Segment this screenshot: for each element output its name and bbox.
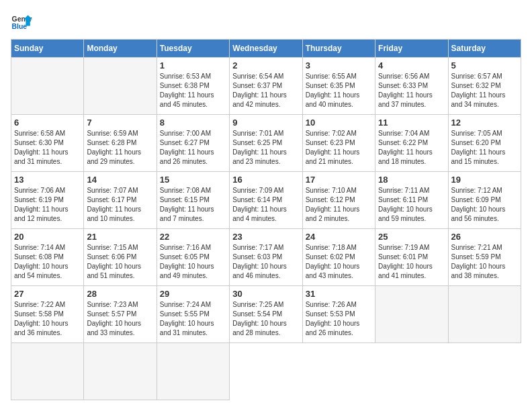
calendar-cell: 2Sunrise: 6:54 AMSunset: 6:37 PMDaylight…	[230, 58, 302, 115]
day-info: Sunrise: 6:57 AMSunset: 6:32 PMDaylight:…	[451, 72, 518, 109]
calendar-cell	[448, 286, 521, 343]
day-number: 4	[378, 60, 445, 71]
calendar-cell: 7Sunrise: 6:59 AMSunset: 6:28 PMDaylight…	[84, 115, 157, 172]
calendar-cell: 16Sunrise: 7:09 AMSunset: 6:14 PMDayligh…	[230, 172, 302, 229]
day-number: 23	[232, 232, 299, 242]
day-info: Sunrise: 6:53 AMSunset: 6:38 PMDaylight:…	[160, 72, 226, 109]
day-info: Sunrise: 7:12 AMSunset: 6:09 PMDaylight:…	[451, 186, 518, 224]
day-info: Sunrise: 6:54 AMSunset: 6:37 PMDaylight:…	[232, 72, 299, 109]
day-number: 24	[306, 232, 372, 242]
svg-text:Blue: Blue	[12, 23, 28, 30]
day-info: Sunrise: 7:23 AMSunset: 5:57 PMDaylight:…	[87, 300, 153, 338]
logo-icon: General Blue	[11, 11, 32, 32]
day-number: 2	[232, 60, 299, 71]
day-info: Sunrise: 7:10 AMSunset: 6:12 PMDaylight:…	[306, 186, 372, 224]
day-number: 6	[14, 118, 81, 128]
calendar-cell	[11, 58, 84, 115]
day-info: Sunrise: 7:06 AMSunset: 6:19 PMDaylight:…	[14, 186, 81, 224]
day-info: Sunrise: 7:25 AMSunset: 5:54 PMDaylight:…	[232, 300, 299, 338]
day-info: Sunrise: 7:24 AMSunset: 5:55 PMDaylight:…	[160, 300, 226, 338]
day-number: 28	[87, 289, 153, 299]
day-number: 1	[160, 60, 226, 71]
page-header: General Blue	[11, 11, 521, 32]
calendar-row: 20Sunrise: 7:14 AMSunset: 6:08 PMDayligh…	[11, 229, 521, 286]
calendar-cell	[11, 343, 84, 400]
calendar-row: 6Sunrise: 6:58 AMSunset: 6:30 PMDaylight…	[11, 115, 521, 172]
calendar-cell: 25Sunrise: 7:19 AMSunset: 6:01 PMDayligh…	[375, 229, 448, 286]
day-info: Sunrise: 7:19 AMSunset: 6:01 PMDaylight:…	[378, 243, 445, 281]
day-number: 7	[87, 118, 153, 128]
calendar-cell: 17Sunrise: 7:10 AMSunset: 6:12 PMDayligh…	[302, 172, 375, 229]
calendar-cell: 4Sunrise: 6:56 AMSunset: 6:33 PMDaylight…	[375, 58, 448, 115]
weekday-header: Friday	[375, 40, 448, 58]
calendar-cell: 1Sunrise: 6:53 AMSunset: 6:38 PMDaylight…	[157, 58, 229, 115]
weekday-header: Monday	[84, 40, 157, 58]
calendar-cell: 18Sunrise: 7:11 AMSunset: 6:11 PMDayligh…	[375, 172, 448, 229]
calendar-cell: 21Sunrise: 7:15 AMSunset: 6:06 PMDayligh…	[84, 229, 157, 286]
calendar-cell: 12Sunrise: 7:05 AMSunset: 6:20 PMDayligh…	[448, 115, 521, 172]
weekday-header: Thursday	[302, 40, 375, 58]
calendar-cell: 28Sunrise: 7:23 AMSunset: 5:57 PMDayligh…	[84, 286, 157, 343]
day-number: 22	[160, 232, 226, 242]
day-info: Sunrise: 7:05 AMSunset: 6:20 PMDaylight:…	[451, 129, 518, 167]
calendar-cell	[375, 286, 448, 343]
calendar-cell: 8Sunrise: 7:00 AMSunset: 6:27 PMDaylight…	[157, 115, 229, 172]
calendar-cell: 20Sunrise: 7:14 AMSunset: 6:08 PMDayligh…	[11, 229, 84, 286]
day-info: Sunrise: 7:01 AMSunset: 6:25 PMDaylight:…	[232, 129, 299, 167]
calendar-cell: 29Sunrise: 7:24 AMSunset: 5:55 PMDayligh…	[157, 286, 229, 343]
weekday-header: Saturday	[448, 40, 521, 58]
day-info: Sunrise: 6:58 AMSunset: 6:30 PMDaylight:…	[14, 129, 81, 167]
day-info: Sunrise: 7:21 AMSunset: 5:59 PMDaylight:…	[451, 243, 518, 281]
day-info: Sunrise: 7:17 AMSunset: 6:03 PMDaylight:…	[232, 243, 299, 281]
calendar-cell: 24Sunrise: 7:18 AMSunset: 6:02 PMDayligh…	[302, 229, 375, 286]
calendar-cell: 3Sunrise: 6:55 AMSunset: 6:35 PMDaylight…	[302, 58, 375, 115]
day-number: 21	[87, 232, 153, 242]
day-number: 25	[378, 232, 445, 242]
calendar-cell	[84, 58, 157, 115]
calendar-cell: 13Sunrise: 7:06 AMSunset: 6:19 PMDayligh…	[11, 172, 84, 229]
day-info: Sunrise: 7:09 AMSunset: 6:14 PMDaylight:…	[232, 186, 299, 224]
calendar-row	[11, 343, 521, 400]
calendar-cell: 22Sunrise: 7:16 AMSunset: 6:05 PMDayligh…	[157, 229, 229, 286]
day-number: 8	[160, 118, 226, 128]
calendar-row: 13Sunrise: 7:06 AMSunset: 6:19 PMDayligh…	[11, 172, 521, 229]
weekday-header: Sunday	[11, 40, 84, 58]
day-number: 3	[306, 60, 372, 71]
day-info: Sunrise: 7:02 AMSunset: 6:23 PMDaylight:…	[306, 129, 372, 167]
day-number: 11	[378, 118, 445, 128]
day-info: Sunrise: 7:04 AMSunset: 6:22 PMDaylight:…	[378, 129, 445, 167]
day-number: 14	[87, 175, 153, 185]
logo: General Blue	[11, 11, 32, 32]
day-number: 19	[451, 175, 518, 185]
day-info: Sunrise: 7:11 AMSunset: 6:11 PMDaylight:…	[378, 186, 445, 224]
calendar-table: SundayMondayTuesdayWednesdayThursdayFrid…	[11, 39, 521, 400]
weekday-header: Tuesday	[157, 40, 229, 58]
day-number: 13	[14, 175, 81, 185]
calendar-cell: 9Sunrise: 7:01 AMSunset: 6:25 PMDaylight…	[230, 115, 302, 172]
calendar-cell	[157, 343, 229, 400]
day-number: 5	[451, 60, 518, 71]
day-info: Sunrise: 7:08 AMSunset: 6:15 PMDaylight:…	[160, 186, 226, 224]
day-number: 31	[306, 289, 372, 299]
day-info: Sunrise: 7:16 AMSunset: 6:05 PMDaylight:…	[160, 243, 226, 281]
day-number: 18	[378, 175, 445, 185]
day-number: 16	[232, 175, 299, 185]
day-info: Sunrise: 7:15 AMSunset: 6:06 PMDaylight:…	[87, 243, 153, 281]
calendar-cell: 19Sunrise: 7:12 AMSunset: 6:09 PMDayligh…	[448, 172, 521, 229]
calendar-row: 27Sunrise: 7:22 AMSunset: 5:58 PMDayligh…	[11, 286, 521, 343]
day-number: 30	[232, 289, 299, 299]
day-number: 15	[160, 175, 226, 185]
day-number: 10	[306, 118, 372, 128]
day-number: 9	[232, 118, 299, 128]
calendar-cell: 6Sunrise: 6:58 AMSunset: 6:30 PMDaylight…	[11, 115, 84, 172]
calendar-cell: 26Sunrise: 7:21 AMSunset: 5:59 PMDayligh…	[448, 229, 521, 286]
calendar-row: 1Sunrise: 6:53 AMSunset: 6:38 PMDaylight…	[11, 58, 521, 115]
calendar-cell: 10Sunrise: 7:02 AMSunset: 6:23 PMDayligh…	[302, 115, 375, 172]
calendar-cell: 15Sunrise: 7:08 AMSunset: 6:15 PMDayligh…	[157, 172, 229, 229]
day-info: Sunrise: 6:59 AMSunset: 6:28 PMDaylight:…	[87, 129, 153, 167]
day-info: Sunrise: 7:14 AMSunset: 6:08 PMDaylight:…	[14, 243, 81, 281]
calendar-cell: 27Sunrise: 7:22 AMSunset: 5:58 PMDayligh…	[11, 286, 84, 343]
day-info: Sunrise: 7:26 AMSunset: 5:53 PMDaylight:…	[306, 300, 372, 338]
day-number: 29	[160, 289, 226, 299]
day-info: Sunrise: 7:07 AMSunset: 6:17 PMDaylight:…	[87, 186, 153, 224]
